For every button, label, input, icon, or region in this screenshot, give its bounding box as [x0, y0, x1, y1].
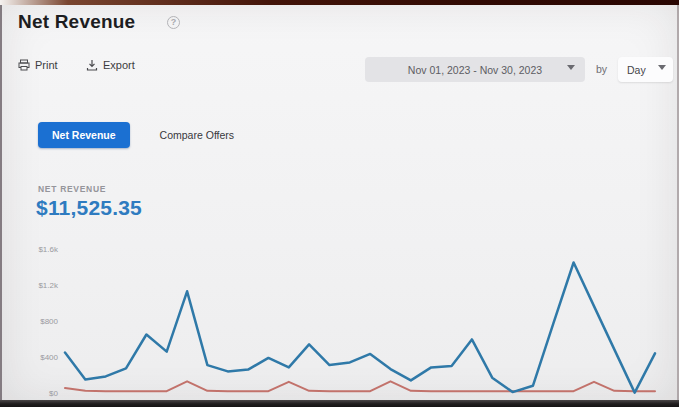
net-revenue-line-blue: [65, 263, 655, 393]
dashboard-screen: Net Revenue ? Print Export Nov: [0, 0, 679, 407]
secondary-line-red: [65, 381, 655, 391]
chart-canvas: [0, 0, 679, 407]
bottom-frame-strip: [0, 400, 679, 407]
net-revenue-chart: $0$400$800$1.2k$1.6k: [0, 0, 679, 407]
